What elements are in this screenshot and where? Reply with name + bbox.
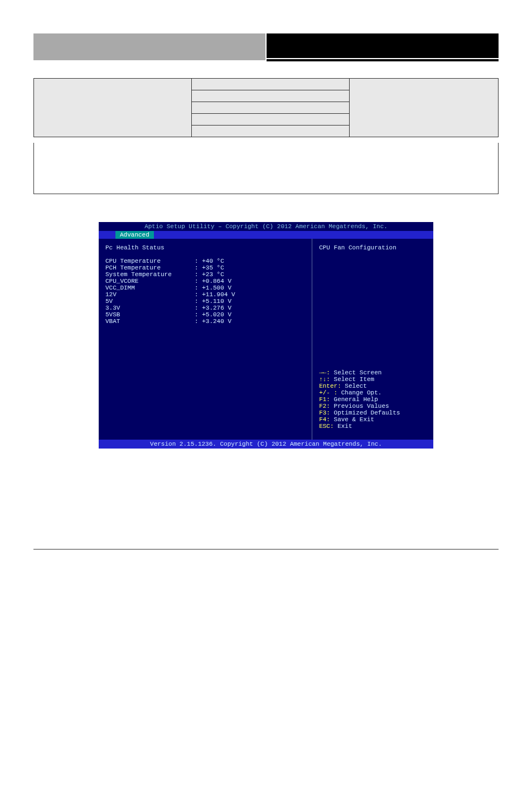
- page-footer: [33, 549, 499, 553]
- help-exit: ESC: Exit: [319, 423, 427, 430]
- spec-desc: [350, 79, 499, 137]
- bios-row-cpu-vcore: CPU_VCORE : +0.864 V: [105, 278, 305, 285]
- spec-option-2: [192, 102, 350, 114]
- bios-row-5vsb: 5VSB : +5.020 V: [105, 311, 305, 318]
- bios-row-val: : +11.904 V: [195, 291, 235, 298]
- bios-row-val: : +5.020 V: [195, 311, 231, 318]
- bios-row-val: : +35 °C: [195, 264, 224, 271]
- bios-row-key: 12V: [105, 291, 195, 298]
- help-opt-defaults: F3: Optimized Defaults: [319, 409, 427, 416]
- bios-row-sys-temp: System Temperature : +23 °C: [105, 271, 305, 278]
- help-prev-values: F2: Previous Values: [319, 403, 427, 409]
- bios-row-key: PCH Temperature: [105, 264, 195, 271]
- bios-row-vbat: VBAT : +3.240 V: [105, 318, 305, 325]
- bios-row-cpu-temp: CPU Temperature : +40 °C: [105, 258, 305, 264]
- bios-row-key: CPU Temperature: [105, 258, 195, 264]
- header-right: [267, 33, 499, 61]
- bios-row-key: System Temperature: [105, 271, 195, 278]
- bios-row-key: VBAT: [105, 318, 195, 325]
- bios-row-val: : +1.500 V: [195, 285, 231, 291]
- bios-help-keys: →←: Select Screen ↑↓: Select Item Enter:…: [319, 369, 427, 434]
- bios-help-title: CPU Fan Configuration: [319, 244, 427, 251]
- help-general-help: F1: General Help: [319, 396, 427, 403]
- bios-row-key: 5VSB: [105, 311, 195, 318]
- bios-row-key: 5V: [105, 298, 195, 305]
- spec-row: [34, 79, 499, 90]
- note-box: [33, 143, 499, 194]
- help-save-exit: F4: Save & Exit: [319, 416, 427, 423]
- bios-row-val: : +5.110 V: [195, 298, 231, 305]
- bios-row-val: : +3.276 V: [195, 305, 231, 311]
- help-change-opt: +/- : Change Opt.: [319, 389, 427, 396]
- spec-option-4: [192, 126, 350, 137]
- help-select-screen: →←: Select Screen: [319, 369, 427, 376]
- spec-option-0: [192, 79, 350, 90]
- bios-row-5v: 5V : +5.110 V: [105, 298, 305, 305]
- bios-menu-bar[interactable]: Advanced: [99, 231, 433, 239]
- bios-row-key: CPU_VCORE: [105, 278, 195, 285]
- help-select: Enter: Select: [319, 383, 427, 389]
- bios-version-bar: Version 2.15.1236. Copyright (C) 2012 Am…: [99, 440, 433, 449]
- bios-row-pch-temp: PCH Temperature : +35 °C: [105, 264, 305, 271]
- bios-row-val: : +0.864 V: [195, 278, 231, 285]
- bios-row-3p3v: 3.3V : +3.276 V: [105, 305, 305, 311]
- bios-left-panel[interactable]: Pc Health Status CPU Temperature : +40 °…: [99, 239, 312, 440]
- bios-screen: Aptio Setup Utility – Copyright (C) 2012…: [99, 222, 433, 449]
- header-left: [33, 33, 267, 61]
- bios-row-val: : +23 °C: [195, 271, 224, 278]
- bios-row-vcc-dimm: VCC_DIMM : +1.500 V: [105, 285, 305, 291]
- bios-body: Pc Health Status CPU Temperature : +40 °…: [99, 239, 433, 440]
- bios-title-bar: Aptio Setup Utility – Copyright (C) 2012…: [99, 222, 433, 231]
- spec-table: [33, 78, 499, 137]
- menu-tab-advanced[interactable]: Advanced: [115, 231, 154, 239]
- bios-row-12v: 12V : +11.904 V: [105, 291, 305, 298]
- bios-right-panel: CPU Fan Configuration →←: Select Screen …: [312, 239, 433, 440]
- spec-option-1: [192, 90, 350, 102]
- bios-row-key: 3.3V: [105, 305, 195, 311]
- bios-section-title: Pc Health Status: [105, 244, 305, 251]
- spec-option-3: [192, 114, 350, 126]
- bios-row-key: VCC_DIMM: [105, 285, 195, 291]
- help-select-item: ↑↓: Select Item: [319, 376, 427, 383]
- bios-row-val: : +40 °C: [195, 258, 224, 264]
- spec-label: [34, 79, 192, 137]
- bios-row-val: : +3.240 V: [195, 318, 231, 325]
- header-bar: [33, 33, 499, 61]
- bios-wrapper: Aptio Setup Utility – Copyright (C) 2012…: [33, 222, 499, 449]
